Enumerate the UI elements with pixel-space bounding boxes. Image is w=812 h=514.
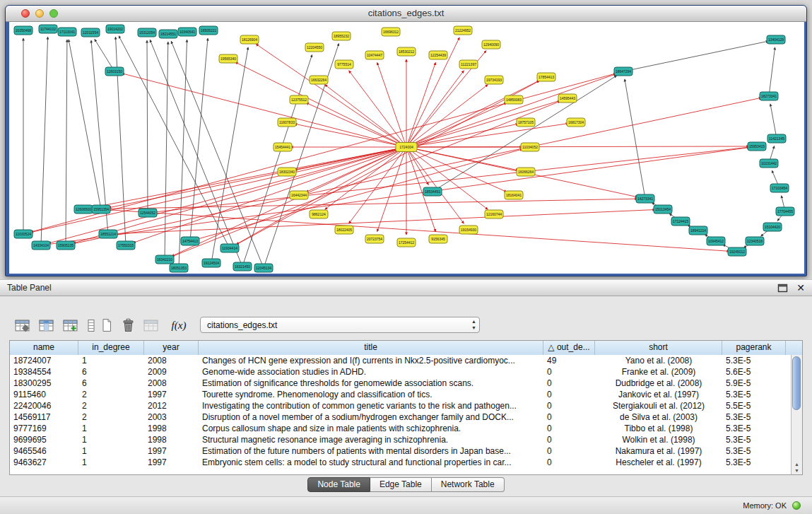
graph-node[interactable]: 17124415 — [671, 217, 690, 226]
graph-node[interactable]: 16505221 — [199, 26, 218, 35]
graph-node[interactable]: 18757105 — [517, 118, 535, 127]
scroll-down-icon[interactable]: ▼ — [792, 467, 802, 474]
graph-node[interactable]: 12340518 — [746, 237, 764, 245]
network-canvas[interactable]: 1853021212254439112213971973419314850083… — [9, 22, 804, 274]
graph-node[interactable]: 14273341 — [636, 194, 654, 203]
new-document-icon[interactable] — [98, 316, 116, 334]
graph-node[interactable]: 18126904 — [240, 35, 259, 44]
show-columns-icon[interactable] — [37, 316, 55, 334]
table-row[interactable]: 969969511998Structural magnetic resonanc… — [10, 434, 791, 445]
scrollbar-arrows[interactable]: ▲ ▼ — [792, 461, 802, 474]
graph-node[interactable]: 11934414 — [220, 244, 239, 252]
function-builder-icon[interactable]: f(x) — [170, 316, 188, 334]
graph-node[interactable]: 18022405 — [335, 226, 353, 234]
graph-node[interactable]: 12375512 — [290, 95, 308, 104]
table-row[interactable]: 977716911998Corpus callosum shape and si… — [10, 423, 791, 434]
graph-node[interactable]: 12940090 — [482, 40, 500, 49]
graph-node[interactable]: 11034052 — [521, 143, 539, 151]
graph-node[interactable]: 10945412 — [707, 237, 725, 245]
graph-node[interactable]: 16342210 — [155, 255, 174, 264]
graph-node[interactable]: 18534451 — [423, 187, 442, 196]
graph-node[interactable]: 11607833 — [278, 118, 296, 127]
graph-node[interactable]: 11221397 — [459, 60, 478, 69]
graph-node[interactable]: 20350468 — [14, 26, 33, 35]
graph-node[interactable]: 16817304 — [567, 118, 585, 127]
graph-node[interactable]: 17854413 — [537, 73, 555, 81]
column-header-3[interactable]: title — [199, 341, 543, 355]
graph-node[interactable]: 18302340 — [278, 168, 296, 176]
graph-node[interactable]: 12011554 — [81, 28, 100, 37]
graph-node[interactable]: 19154930 — [459, 226, 478, 234]
graph-node[interactable]: 18941214 — [689, 226, 707, 235]
graph-node[interactable]: 16442344 — [290, 191, 308, 199]
graph-node[interactable]: 16632264 — [310, 76, 328, 84]
graph-node[interactable]: 18647294 — [614, 67, 632, 76]
table-row[interactable]: 946554611997Estimation of the future num… — [10, 445, 791, 457]
graph-node[interactable]: 11030524 — [14, 230, 33, 238]
column-header-0[interactable]: name — [10, 341, 78, 355]
graph-node[interactable]: 12606500 — [74, 205, 93, 214]
graph-node[interactable]: 14334104 — [32, 241, 50, 250]
graph-node[interactable]: 18051353 — [170, 264, 188, 272]
table-row[interactable]: 911546021997Tourette syndrome. Phenomeno… — [10, 389, 791, 400]
table-settings-icon[interactable] — [13, 316, 31, 334]
vertical-scrollbar[interactable]: ▲ ▼ — [791, 355, 802, 474]
create-column-icon[interactable] — [61, 316, 79, 334]
graph-node[interactable]: 18955232 — [332, 32, 351, 40]
graph-node[interactable]: 21224952 — [454, 26, 472, 35]
graph-node[interactable]: 20723754 — [365, 235, 384, 243]
graph-node[interactable]: 15013454 — [654, 205, 672, 214]
table-row[interactable]: 1456911722003Disruption of a novel membe… — [10, 411, 791, 423]
graph-node[interactable]: 14850083 — [505, 95, 523, 104]
tab-node-table[interactable]: Node Table — [307, 477, 370, 492]
graph-node[interactable]: 15953415 — [748, 142, 766, 151]
delete-table-icon[interactable] — [119, 316, 137, 334]
tab-edge-table[interactable]: Edge Table — [370, 477, 432, 492]
graph-node[interactable]: 17254412 — [397, 238, 416, 247]
graph-node[interactable]: 17113041 — [58, 28, 76, 36]
graph-node[interactable]: 9775514 — [335, 60, 353, 69]
table-row[interactable]: 2242004622012Investigating the contribut… — [10, 400, 791, 411]
graph-node[interactable]: 18273341 — [760, 92, 778, 100]
table-row[interactable]: 946362711997Embryonic stem cells: a mode… — [10, 457, 791, 468]
table-row[interactable]: 1938455462009Genome-wide association stu… — [10, 366, 791, 378]
graph-node[interactable]: 12160744 — [485, 210, 503, 218]
column-header-1[interactable]: in_degree — [78, 341, 144, 355]
column-header-2[interactable]: year — [144, 341, 199, 355]
table-selector-combo[interactable]: citations_edges.txt ▲▼ — [200, 317, 480, 333]
undock-panel-icon[interactable] — [777, 283, 788, 293]
graph-node[interactable]: 17550315 — [117, 241, 135, 250]
scrollbar-thumb[interactable] — [792, 356, 801, 410]
graph-node[interactable]: 18551214 — [99, 230, 117, 238]
combo-stepper-icon[interactable]: ▲▼ — [471, 318, 476, 331]
graph-node[interactable]: 10474447 — [365, 51, 384, 59]
graph-node[interactable]: 15951354 — [92, 205, 110, 214]
graph-node[interactable]: 13404129 — [767, 35, 785, 44]
graph-node[interactable]: 10340541 — [178, 28, 196, 36]
graph-node[interactable]: 15312054 — [138, 28, 156, 37]
column-header-5[interactable]: short — [595, 341, 722, 355]
graph-node[interactable]: 14754413 — [181, 237, 199, 245]
graph-node[interactable]: 15104420 — [763, 223, 782, 231]
graph-node[interactable]: 19124504 — [202, 259, 220, 267]
graph-node[interactable]: 12254439 — [429, 51, 447, 59]
graph-node[interactable]: 19014202 — [106, 25, 124, 33]
table-row[interactable]: 1830029562008Estimation of significance … — [10, 378, 791, 389]
graph-node[interactable]: 18164041 — [505, 191, 523, 199]
graph-node[interactable]: 14595443 — [558, 94, 577, 103]
graph-node[interactable]: 12603150 — [105, 67, 124, 76]
graph-node[interactable]: 11421345 — [767, 134, 786, 143]
graph-node[interactable]: 10231442 — [760, 159, 778, 168]
graph-node[interactable]: 12204550 — [305, 43, 324, 52]
graph-node[interactable]: 15905135 — [57, 241, 75, 250]
graph-node[interactable]: 1724004 — [396, 143, 417, 152]
graph-node[interactable]: 17103454 — [770, 184, 789, 192]
graph-node[interactable]: 9862124 — [310, 210, 328, 218]
graph-node[interactable]: 11744102 — [39, 25, 57, 33]
graph-node[interactable]: 16696312 — [382, 28, 400, 36]
graph-node[interactable]: 19565340 — [219, 54, 237, 63]
graph-node[interactable]: 12045134 — [254, 264, 273, 272]
graph-node[interactable]: 12544052 — [139, 209, 157, 217]
graph-node[interactable]: 19734193 — [485, 76, 503, 84]
graph-node[interactable]: 18530212 — [397, 47, 416, 56]
